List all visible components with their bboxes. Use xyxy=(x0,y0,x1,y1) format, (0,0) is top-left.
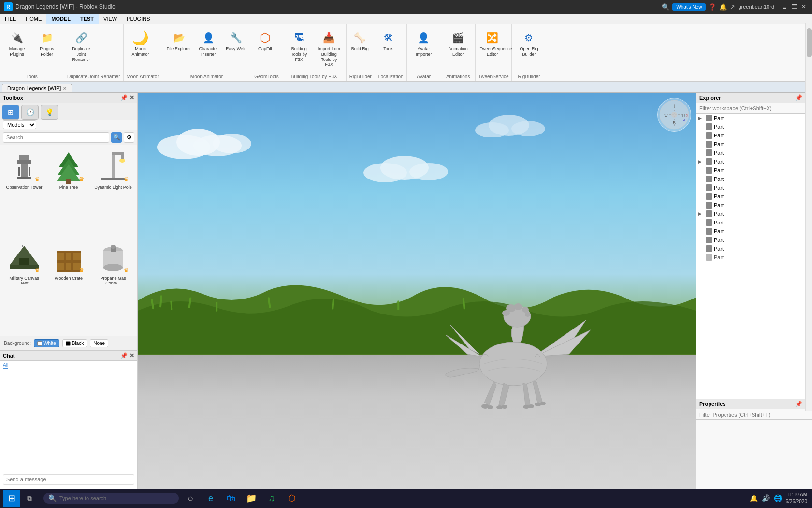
maximize-button[interactable]: 🗖 xyxy=(790,2,798,11)
file-explorer-button[interactable]: 📂 File Explorer xyxy=(165,28,193,54)
explorer-item[interactable]: Part xyxy=(696,218,812,227)
settings-icon[interactable]: 🔔 xyxy=(719,3,727,11)
toolbox-tab-recent[interactable]: 🕐 xyxy=(21,105,39,120)
duplicate-joint-icon: 🔗 xyxy=(73,30,89,45)
build-rig-button[interactable]: 🦴 Build Rig xyxy=(349,28,371,54)
search-button[interactable]: 🔍 xyxy=(111,132,122,143)
explorer-item[interactable]: Part xyxy=(696,122,812,131)
tab-dragon-legends[interactable]: Dragon Legends [WIP] ✕ xyxy=(2,84,72,92)
moon-animator-button[interactable]: 🌙 Moon Animator xyxy=(127,28,155,59)
chat-input[interactable] xyxy=(3,474,134,485)
viewport[interactable]: T B L R Z X xyxy=(138,93,696,495)
taskbar-search-input[interactable] xyxy=(59,495,156,501)
explorer-item[interactable]: Part xyxy=(696,131,812,140)
start-button[interactable]: ⊞ xyxy=(3,490,20,507)
taskbar-notification-icon[interactable]: 🔔 xyxy=(750,494,758,502)
chat-pin-button[interactable]: 📌 xyxy=(120,352,128,359)
explorer-item[interactable]: Part xyxy=(696,227,812,236)
menu-test[interactable]: TEST xyxy=(75,14,99,24)
question-icon[interactable]: ❓ xyxy=(709,3,716,11)
tools-btn[interactable]: 🛠 Tools xyxy=(378,28,399,54)
explorer-item[interactable]: ▶ Part xyxy=(696,157,812,166)
svg-rect-0 xyxy=(19,155,29,160)
tween-editor-label: TweenSequence Editor xyxy=(480,46,505,57)
explorer-pin-button[interactable]: 📌 xyxy=(795,94,802,101)
character-inserter-button[interactable]: 👤 Character Inserter xyxy=(194,28,222,59)
part-icon xyxy=(706,245,712,252)
model-item-observation-tower[interactable]: ♛ Observation Tower xyxy=(3,148,45,237)
explorer-scrollbar[interactable] xyxy=(805,93,812,399)
viewport-top-right: T B L R Z X xyxy=(657,98,691,132)
taskbar-app-explorer[interactable]: 📁 xyxy=(243,490,260,507)
menu-home[interactable]: HOME xyxy=(21,14,46,24)
toolbox-tab-grid[interactable]: ⊞ xyxy=(2,105,19,120)
chat-close-button[interactable]: ✕ xyxy=(130,352,134,359)
toolbox-tab-starred[interactable]: 💡 xyxy=(41,105,58,120)
explorer-item[interactable]: Part xyxy=(696,175,812,183)
taskbar-app-store[interactable]: 🛍 xyxy=(222,490,240,507)
compass-widget[interactable]: T B L R Z X xyxy=(657,98,691,132)
gapfill-button[interactable]: ⬡ GapFill xyxy=(254,28,276,54)
model-item-wooden-crate[interactable]: ♛ Wooden Crate xyxy=(47,239,90,333)
avatar-importer-button[interactable]: 👤 Avatar Importer xyxy=(410,28,438,59)
manage-plugins-button[interactable]: 🔌 Manage Plugins xyxy=(3,28,31,59)
animation-editor-button[interactable]: 🎬 Animation Editor xyxy=(444,28,472,59)
models-filter-row: Models Meshes Audio Images xyxy=(0,120,137,130)
explorer-header: Explorer 📌 ✕ xyxy=(696,93,812,103)
explorer-item[interactable]: Part xyxy=(696,253,812,262)
duplicate-joint-button[interactable]: 🔗 Duplicate Joint Renamer xyxy=(67,28,95,64)
explorer-item[interactable]: Part xyxy=(696,140,812,149)
toolbox-close-button[interactable]: ✕ xyxy=(130,94,134,101)
plugins-folder-button[interactable]: 📁 Plugins Folder xyxy=(33,28,61,59)
easy-weld-button[interactable]: 🔧 Easy Weld xyxy=(224,28,248,54)
properties-filter-input[interactable] xyxy=(696,409,812,420)
category-select[interactable]: Models Meshes Audio Images xyxy=(3,120,36,129)
taskbar-app-spotify[interactable]: ♫ xyxy=(263,490,280,507)
tween-editor-button[interactable]: 🔀 TweenSequence Editor xyxy=(478,28,507,59)
task-view-button[interactable]: ⧉ xyxy=(22,491,37,506)
explorer-item[interactable]: Part xyxy=(696,192,812,201)
explorer-item[interactable]: Part xyxy=(696,149,812,157)
bg-black-button[interactable]: Black xyxy=(62,339,87,347)
help-icon[interactable]: 🔍 xyxy=(662,3,669,11)
explorer-item[interactable]: Part xyxy=(696,201,812,209)
model-item-canvas-tent[interactable]: ♛ Military Canvas Tent xyxy=(3,239,45,333)
toolbox-pin-button[interactable]: 📌 xyxy=(120,94,128,101)
whats-new-button[interactable]: What's New xyxy=(672,3,706,11)
explorer-item[interactable]: Part xyxy=(696,166,812,175)
taskbar-app-cortana[interactable]: ○ xyxy=(182,490,199,507)
building-tools-button[interactable]: 🏗 Building Tools by F3X xyxy=(285,28,313,64)
menu-file[interactable]: FILE xyxy=(0,14,21,24)
close-button[interactable]: ✕ xyxy=(799,2,808,11)
bg-none-button[interactable]: None xyxy=(90,339,108,347)
menu-model[interactable]: MODEL xyxy=(46,14,75,24)
properties-pin-button[interactable]: 📌 xyxy=(795,401,802,407)
model-name: Dynamic Light Pole xyxy=(94,185,132,190)
explorer-filter-input[interactable] xyxy=(696,103,812,114)
search-input[interactable] xyxy=(3,132,109,143)
explorer-item[interactable]: ▶ Part xyxy=(696,114,812,122)
open-rig-button[interactable]: ⚙ Open Rig Builder xyxy=(515,28,543,59)
menu-view[interactable]: VIEW xyxy=(99,14,122,24)
tab-close-button[interactable]: ✕ xyxy=(63,86,67,91)
explorer-item[interactable]: Part xyxy=(696,183,812,192)
share-icon[interactable]: ↗ xyxy=(730,3,735,11)
minimize-button[interactable]: 🗕 xyxy=(780,2,789,11)
chat-all-tab[interactable]: All xyxy=(3,362,8,369)
taskbar-app-roblox[interactable]: ⬡ xyxy=(283,490,301,507)
taskbar-app-edge[interactable]: e xyxy=(202,490,219,507)
model-item-propane[interactable]: ♛ Propane Gas Conta... xyxy=(92,239,134,333)
explorer-item[interactable]: Part xyxy=(696,236,812,244)
bg-white-button[interactable]: White xyxy=(34,339,59,347)
model-item-light-pole[interactable]: ♛ Dynamic Light Pole xyxy=(92,148,134,237)
import-building-button[interactable]: 📥 Import from Building Tools by F3X xyxy=(315,28,343,69)
menu-plugins[interactable]: PLUGINS xyxy=(122,14,155,24)
model-item-pine-tree[interactable]: ♛ Pine Tree xyxy=(47,148,90,237)
model-thumb: ♛ xyxy=(7,150,41,184)
filter-button[interactable]: ⚙ xyxy=(124,132,134,143)
item-name: Part xyxy=(714,211,724,217)
taskbar-volume-icon[interactable]: 🔊 xyxy=(762,494,770,502)
taskbar-network-icon[interactable]: 🌐 xyxy=(774,494,782,502)
explorer-item[interactable]: Part xyxy=(696,244,812,253)
explorer-item[interactable]: ▶ Part xyxy=(696,209,812,218)
